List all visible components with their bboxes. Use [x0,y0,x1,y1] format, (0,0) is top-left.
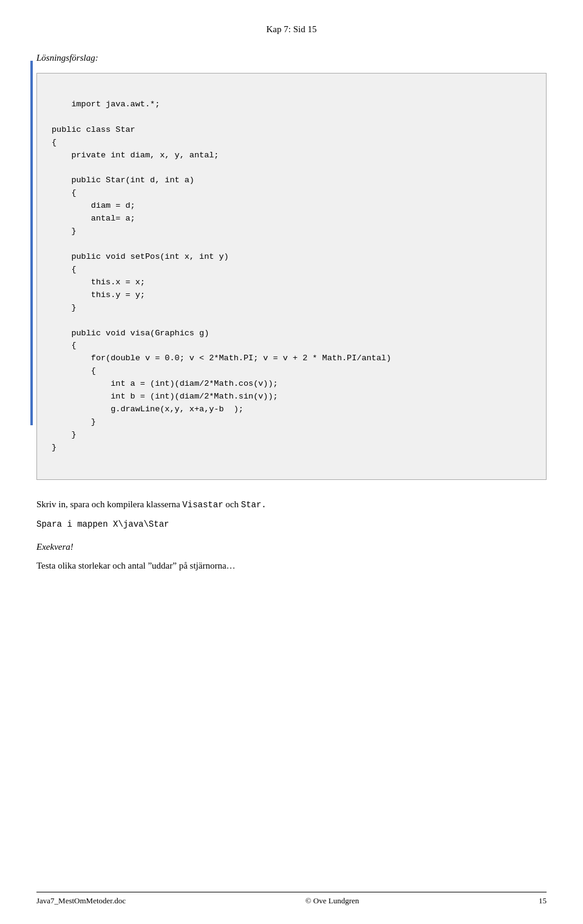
footer-center: © Ove Lundgren [305,896,360,906]
testa-text: Testa olika storlekar och antal ”uddar” … [36,561,547,571]
footer-right: 15 [539,896,547,906]
code-content: import java.awt.*; public class Star { p… [52,100,391,452]
exekvera-label: Exekvera! [36,542,547,552]
description-line1: Skriv in, spara och kompilera klasserna … [36,497,547,512]
page-title: Kap 7: Sid 15 [267,24,317,34]
section-label: Lösningsförslag: [36,53,547,63]
description-mono2: Star. [241,500,267,510]
description-line2: Spara i mappen X\java\Star [36,516,547,531]
left-bar-decoration [30,61,33,425]
description-middle: och [223,499,241,509]
page-header: Kap 7: Sid 15 [36,24,547,35]
description-line2-text: Spara i mappen X\java\Star [36,519,169,529]
description-mono1: Visastar [182,500,223,510]
page-footer: Java7_MestOmMetoder.doc © Ove Lundgren 1… [36,892,547,906]
description-prefix: Skriv in, spara och kompilera klasserna [36,499,182,509]
code-block: import java.awt.*; public class Star { p… [36,73,547,480]
footer-left: Java7_MestOmMetoder.doc [36,896,126,906]
page-container: Kap 7: Sid 15 Lösningsförslag: import ja… [0,0,583,924]
